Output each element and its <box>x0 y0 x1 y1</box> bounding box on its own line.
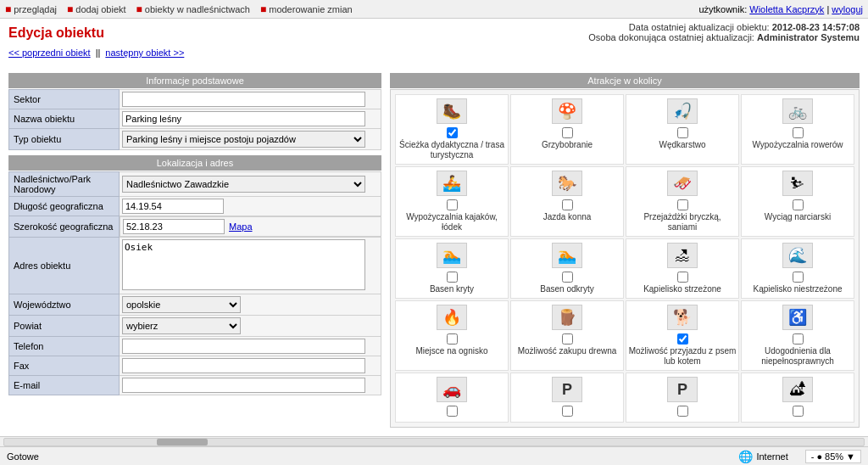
kapielisko-niestrzezione-checkbox[interactable] <box>793 272 804 283</box>
wojewodztwo-cell: opolskie <box>120 294 381 316</box>
wedkarstwo-checkbox[interactable] <box>677 127 688 138</box>
zoom-control: - ● 85% ▼ <box>805 450 861 463</box>
adres-cell: Osiek <box>120 238 381 294</box>
email-input[interactable] <box>122 378 365 393</box>
nadlesnictwo-row: Nadleśnictwo/Park Narodowy Nadleśnictwo … <box>9 172 381 197</box>
basen-kryty-icon: 🏊 <box>437 243 467 268</box>
date-info: Data ostatniej aktualizacji obiektu: 201… <box>588 22 860 42</box>
adres-textarea[interactable]: Osiek <box>122 239 365 290</box>
nazwa-label: Nazwa obiektu <box>9 109 120 129</box>
kapielisko-niestrzezione-label: Kąpielisko niestrzeżone <box>753 284 842 294</box>
dlugosc-label: Długość geograficzna <box>9 197 120 216</box>
horizontal-scrollbar[interactable] <box>0 436 868 446</box>
rowery-icon: 🚲 <box>782 98 813 124</box>
attraction-bryczka: 🛷 Przejażdżki bryczką, saniami <box>626 166 739 237</box>
wedkarstwo-icon: 🎣 <box>667 98 698 124</box>
powiat-select[interactable]: wybierz <box>122 317 241 334</box>
camping-checkbox[interactable] <box>793 406 804 417</box>
attraction-rowery: 🚲 Wypożyczalnia rowerów <box>741 94 854 165</box>
szerokosc-input[interactable] <box>123 219 225 234</box>
basen-kryty-checkbox[interactable] <box>447 272 458 283</box>
location-header: Lokalizacja i adres <box>8 155 381 171</box>
grzybobranie-label: Grzybobranie <box>542 140 593 150</box>
dlugosc-input[interactable] <box>122 199 224 214</box>
nav-przegladaj[interactable]: ■ przeglądaj <box>5 3 57 15</box>
nadlesnictwo-select[interactable]: Nadleśnictwo Zawadzkie <box>122 176 365 193</box>
nav-moderowanie[interactable]: ■ moderowanie zmian <box>260 3 353 15</box>
drewno-checkbox[interactable] <box>562 333 573 345</box>
dlugosc-row: Długość geograficzna <box>9 197 381 216</box>
mapa-link[interactable]: Mapa <box>229 221 253 232</box>
attractions-header: Atrakcje w okolicy <box>390 73 860 88</box>
sektor-input[interactable] <box>122 92 365 107</box>
parking2-checkbox[interactable] <box>562 406 573 417</box>
jazda-konna-checkbox[interactable] <box>562 199 573 210</box>
nadlesnictwo-cell: Nadleśnictwo Zawadzkie <box>120 172 381 197</box>
niepelnosprawni-checkbox[interactable] <box>793 333 804 345</box>
left-panel: Informacje podstawowe Sektor Nazwa obiek… <box>8 73 381 428</box>
status-text: Gotowe <box>7 451 39 462</box>
nazwa-cell <box>120 109 381 129</box>
logout-link[interactable]: wyloguj <box>832 4 863 14</box>
user-name-link[interactable]: Wioletta Kacprzyk <box>749 4 824 14</box>
parking3-icon: P <box>667 377 698 402</box>
zoom-out-button[interactable]: - <box>811 451 815 462</box>
fax-cell <box>120 356 381 376</box>
typ-select[interactable]: Parking leśny i miejsce postoju pojazdów <box>122 131 365 148</box>
sektor-label: Sektor <box>9 90 120 109</box>
attraction-basen-kryty: 🏊 Basen kryty <box>395 238 509 299</box>
basen-kryty-label: Basen kryty <box>430 284 474 294</box>
ognisko-icon: 🔥 <box>437 305 467 330</box>
status-bar: Gotowe 🌐 Internet - ● 85% ▼ <box>0 446 868 465</box>
typ-label: Typ obiektu <box>9 129 120 150</box>
grzybobranie-checkbox[interactable] <box>562 127 573 138</box>
powiat-row: Powiat wybierz <box>9 316 381 337</box>
camping-icon: 🏕 <box>782 377 813 402</box>
fax-label: Fax <box>9 356 120 376</box>
sciezka-checkbox[interactable] <box>447 127 458 138</box>
attraction-ognisko: 🔥 Miejsce na ognisko <box>395 300 509 371</box>
attraction-wyciag: ⛷ Wyciąg narciarski <box>741 166 854 237</box>
sciezka-label: Ścieżka dydaktyczna / trasa turystyczna <box>398 140 506 160</box>
dlugosc-cell <box>120 197 381 216</box>
object-navigation: << poprzedni obiekt || następny obiekt >… <box>8 48 184 58</box>
parking2-icon: P <box>552 377 582 402</box>
parking3-checkbox[interactable] <box>677 406 688 417</box>
parking1-checkbox[interactable] <box>447 406 458 417</box>
wyciag-checkbox[interactable] <box>793 199 804 210</box>
sektor-row: Sektor <box>9 90 381 109</box>
ognisko-label: Miejsce na ognisko <box>415 346 487 356</box>
zwierzeta-checkbox[interactable] <box>677 333 688 345</box>
ognisko-checkbox[interactable] <box>447 333 458 345</box>
sciezka-icon: 🥾 <box>437 98 467 124</box>
wojewodztwo-select[interactable]: opolskie <box>122 296 241 313</box>
kajaki-checkbox[interactable] <box>447 199 458 210</box>
basen-odkryty-checkbox[interactable] <box>562 272 573 283</box>
zoom-in-button[interactable]: ▼ <box>846 451 855 462</box>
kapielisko-strzezione-label: Kąpielisko strzeżone <box>643 284 721 294</box>
bryczka-checkbox[interactable] <box>677 199 688 210</box>
nazwa-input[interactable] <box>122 111 365 126</box>
fax-input[interactable] <box>122 358 365 373</box>
kapielisko-strzezione-checkbox[interactable] <box>677 272 688 283</box>
telefon-label: Telefon <box>9 337 120 356</box>
attraction-niepelnosprawni: ♿ Udogodnienia dla niepełnosprawnych <box>741 300 854 371</box>
kajaki-label: Wypożyczalnia kajaków, łódek <box>398 212 506 232</box>
telefon-input[interactable] <box>122 339 365 354</box>
wojewodztwo-row: Województwo opolskie <box>9 294 381 316</box>
nav-obiekty[interactable]: ■ obiekty w nadleśnictwach <box>136 3 250 15</box>
nav-dodaj-obiekt[interactable]: ■ dodaj obiekt <box>67 3 126 15</box>
rowery-checkbox[interactable] <box>793 127 804 138</box>
niepelnosprawni-label: Udogodnienia dla niepełnosprawnych <box>743 346 852 367</box>
wedkarstwo-label: Wędkarstwo <box>659 140 705 150</box>
attraction-basen-odkryty: 🏊 Basen odkryty <box>510 238 624 299</box>
fax-row: Fax <box>9 356 381 376</box>
telefon-row: Telefon <box>9 337 381 356</box>
kajaki-icon: 🚣 <box>437 171 467 196</box>
nav-icon-moderowanie: ■ <box>260 3 266 15</box>
attraction-jazda-konna: 🐎 Jazda konna <box>510 166 624 237</box>
zwierzeta-label: Możliwość przyjazdu z psem lub kotem <box>628 346 737 367</box>
next-object-link[interactable]: następny obiekt >> <box>105 48 184 58</box>
email-cell <box>120 376 381 395</box>
prev-object-link[interactable]: << poprzedni obiekt <box>8 48 91 58</box>
